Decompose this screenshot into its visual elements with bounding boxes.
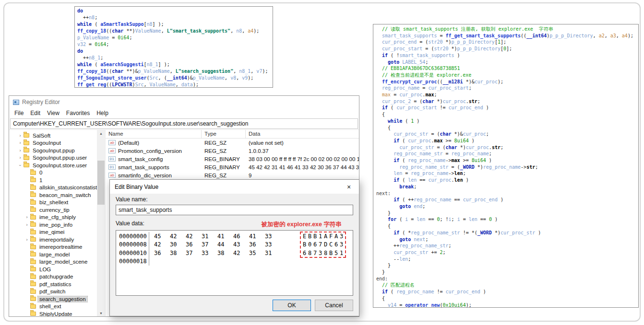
ascii-char[interactable]: 3 <box>318 250 323 256</box>
ascii-char[interactable]: 3 <box>339 233 344 240</box>
hex-byte[interactable]: 36 <box>186 241 202 248</box>
ascii-char[interactable]: 6 <box>334 241 339 248</box>
value-name-input[interactable] <box>116 205 353 215</box>
hex-editor[interactable]: 000000004542423141464133EBB1AFA300000008… <box>116 230 353 296</box>
tree-item-LOG[interactable]: LOG <box>9 266 97 273</box>
column-header-data[interactable]: Data <box>246 130 359 138</box>
tree-item-large_model_scene[interactable]: large_model_scene <box>9 258 97 266</box>
hex-byte[interactable]: 44 <box>217 241 233 248</box>
close-icon[interactable]: × <box>339 180 359 194</box>
chevron-down-icon[interactable]: › <box>18 163 23 168</box>
tree-item-imereportrealtime[interactable]: imereportrealtime <box>9 244 97 251</box>
tree-item-SogouInput.ppup.user[interactable]: ›SogouInput.ppup.user <box>9 154 97 162</box>
tree-item-0[interactable]: 0 <box>9 169 97 177</box>
tree-item-1[interactable]: 1 <box>9 176 97 184</box>
ascii-char[interactable]: 8 <box>307 250 312 256</box>
tree-item-SogouInput[interactable]: ›SogouInput <box>9 139 97 147</box>
hex-byte[interactable]: 33 <box>265 233 281 240</box>
tree-scrollbar[interactable]: ▲ ▼ <box>97 130 105 316</box>
cancel-button[interactable]: Cancel <box>315 300 353 311</box>
value-row[interactable]: abPromotion_config_versionREG_SZ1.0.0.37 <box>106 147 359 155</box>
ascii-char[interactable]: B <box>328 250 334 256</box>
tree-item-ime_pop_info[interactable]: ›ime_pop_info <box>9 221 97 229</box>
hex-byte[interactable]: 33 <box>202 250 217 256</box>
hex-byte[interactable]: 35 <box>249 250 265 256</box>
registry-title-bar[interactable]: Registry Editor <box>9 96 359 108</box>
tree-item-pdf_statistics[interactable]: pdf_statistics <box>9 280 97 288</box>
hex-byte[interactable]: 41 <box>217 233 233 240</box>
hex-byte[interactable]: 37 <box>202 241 217 248</box>
tree-item-imereportdaily[interactable]: ›imereportdaily <box>9 236 97 244</box>
tree-item-ime_cfg_shiply[interactable]: ›ime_cfg_shiply <box>9 214 97 221</box>
menu-favorites[interactable]: Favorites <box>63 109 93 117</box>
tree-item-pdf_switch[interactable]: pdf_switch <box>9 288 97 296</box>
scroll-down-icon[interactable]: ▼ <box>99 310 103 316</box>
tree-item-beacon_main_switch[interactable]: beacon_main_switch <box>9 191 97 199</box>
ascii-char[interactable]: 5 <box>334 250 339 256</box>
tree-item-large_model[interactable]: large_model <box>9 251 97 258</box>
tree-item-patchupgrade[interactable]: patchupgrade <box>9 273 97 281</box>
dialog-title-bar[interactable]: Edit Binary Value × <box>110 180 359 194</box>
hex-byte[interactable]: 42 <box>186 233 202 240</box>
tree-item-shell_ext[interactable]: shell_ext <box>9 303 97 311</box>
chevron-right-icon[interactable]: › <box>24 222 29 227</box>
hex-byte[interactable]: 42 <box>170 233 186 240</box>
menu-help[interactable]: Help <box>93 109 112 117</box>
scroll-up-icon[interactable]: ▲ <box>99 130 103 137</box>
tree-item-search_suggestion[interactable]: search_suggestion <box>9 295 97 303</box>
value-row[interactable]: absmartinfo_dic_versionREG_SZ9 <box>106 171 359 179</box>
chevron-right-icon[interactable]: › <box>24 215 29 220</box>
ascii-char[interactable]: F <box>328 233 334 240</box>
ascii-char[interactable]: 0 <box>307 241 312 248</box>
value-row[interactable]: 01smart_task_supportsREG_BINARY45 42 42 … <box>106 163 359 171</box>
ascii-char[interactable]: 7 <box>312 250 318 256</box>
chevron-right-icon[interactable]: › <box>18 155 23 160</box>
hex-byte[interactable]: 31 <box>202 233 217 240</box>
tree-item-SogouInput.ppup[interactable]: ›SogouInput.ppup <box>9 147 97 154</box>
tree-item-ShiplyUpdate[interactable]: ShiplyUpdate <box>9 310 97 316</box>
hex-byte[interactable]: 36 <box>249 241 265 248</box>
ascii-char[interactable]: 1 <box>339 250 344 256</box>
ascii-char[interactable]: 6 <box>312 241 318 248</box>
tree-item-allskin_statusiconstatistics[interactable]: allskin_statusiconstatistics <box>9 184 97 192</box>
ascii-char[interactable]: A <box>323 233 328 240</box>
hex-byte[interactable]: 37 <box>186 250 202 256</box>
tree-item-SalSoft[interactable]: ›SalSoft <box>9 132 97 139</box>
tree-item-SogouInput.store.user[interactable]: ›SogouInput.store.user <box>9 162 97 169</box>
ok-button[interactable]: OK <box>273 300 311 311</box>
hex-byte[interactable]: 41 <box>249 233 265 240</box>
ascii-char[interactable]: 6 <box>302 250 307 256</box>
hex-byte[interactable]: 43 <box>233 241 249 248</box>
address-input[interactable] <box>10 118 358 129</box>
value-row[interactable]: 01smart_task_configREG_BINARY38 03 00 00… <box>106 155 359 163</box>
column-header-type[interactable]: Type <box>202 130 246 138</box>
ascii-char[interactable]: C <box>328 241 334 248</box>
hex-byte[interactable]: 45 <box>154 233 170 240</box>
tree-item-currency_tip[interactable]: currency_tip <box>9 206 97 214</box>
value-row[interactable]: ab(Default)REG_SZ(value not set) <box>106 139 359 147</box>
ascii-char[interactable]: 3 <box>339 241 344 248</box>
ascii-char[interactable]: A <box>334 233 339 240</box>
ascii-char[interactable]: E <box>302 233 307 240</box>
menu-file[interactable]: File <box>11 109 27 117</box>
hex-byte[interactable]: 42 <box>154 241 170 248</box>
hex-byte[interactable]: 38 <box>170 250 186 256</box>
menu-edit[interactable]: Edit <box>27 109 44 117</box>
hex-byte[interactable]: 42 <box>233 250 249 256</box>
tree-item-biz_shellext[interactable]: biz_shellext <box>9 199 97 207</box>
ascii-char[interactable]: B <box>302 241 307 248</box>
hex-byte[interactable]: 46 <box>233 233 249 240</box>
hex-byte[interactable]: 30 <box>170 241 186 248</box>
ascii-char[interactable]: 8 <box>323 250 328 256</box>
chevron-right-icon[interactable]: › <box>18 148 23 153</box>
chevron-right-icon[interactable]: › <box>24 237 29 242</box>
chevron-right-icon[interactable]: › <box>18 133 23 138</box>
chevron-right-icon[interactable]: › <box>18 140 23 145</box>
tree-item-ime_qimei[interactable]: ime_qimei <box>9 229 97 236</box>
hex-byte[interactable]: 33 <box>265 241 281 248</box>
ascii-char[interactable]: D <box>323 241 328 248</box>
ascii-char[interactable]: 7 <box>318 241 323 248</box>
hex-byte[interactable]: 31 <box>265 250 281 256</box>
menu-view[interactable]: View <box>44 109 63 117</box>
hex-byte[interactable]: 36 <box>154 250 170 256</box>
